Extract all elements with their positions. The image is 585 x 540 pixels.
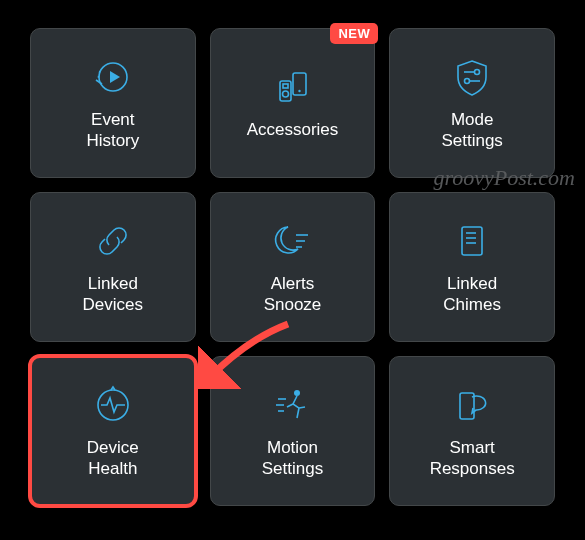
- shield-toggles-icon: [450, 55, 494, 99]
- tile-mode-settings[interactable]: Mode Settings: [389, 28, 555, 178]
- moon-snooze-icon: [270, 219, 314, 263]
- tile-label: Accessories: [247, 119, 339, 140]
- tile-label: Alerts Snooze: [264, 273, 322, 316]
- tile-motion-settings[interactable]: Motion Settings: [210, 356, 376, 506]
- health-pulse-icon: [91, 383, 135, 427]
- tile-label: Event History: [86, 109, 139, 152]
- svg-rect-22: [460, 393, 474, 419]
- tile-label: Smart Responses: [430, 437, 515, 480]
- tile-label: Linked Chimes: [443, 273, 501, 316]
- svg-rect-3: [283, 84, 288, 88]
- tile-label: Device Health: [87, 437, 139, 480]
- tile-label: Linked Devices: [83, 273, 143, 316]
- running-person-icon: [270, 383, 314, 427]
- chat-phone-icon: [450, 383, 494, 427]
- tile-linked-chimes[interactable]: Linked Chimes: [389, 192, 555, 342]
- svg-point-9: [465, 78, 470, 83]
- tile-smart-responses[interactable]: Smart Responses: [389, 356, 555, 506]
- devices-icon: [270, 65, 314, 109]
- tile-device-health[interactable]: Device Health: [30, 356, 196, 506]
- svg-point-18: [294, 390, 300, 396]
- tile-event-history[interactable]: Event History: [30, 28, 196, 178]
- tile-alerts-snooze[interactable]: Alerts Snooze: [210, 192, 376, 342]
- tile-label: Motion Settings: [262, 437, 323, 480]
- new-badge: NEW: [330, 23, 378, 44]
- svg-rect-13: [462, 227, 482, 255]
- tile-linked-devices[interactable]: Linked Devices: [30, 192, 196, 342]
- tile-accessories[interactable]: NEW Accessories: [210, 28, 376, 178]
- tile-label: Mode Settings: [441, 109, 502, 152]
- svg-point-7: [475, 69, 480, 74]
- svg-point-5: [299, 90, 301, 92]
- settings-tile-grid: Event History NEW Accessories Mode Setti…: [0, 0, 585, 534]
- document-lines-icon: [450, 219, 494, 263]
- svg-point-2: [283, 91, 289, 97]
- replay-play-icon: [91, 55, 135, 99]
- link-icon: [91, 219, 135, 263]
